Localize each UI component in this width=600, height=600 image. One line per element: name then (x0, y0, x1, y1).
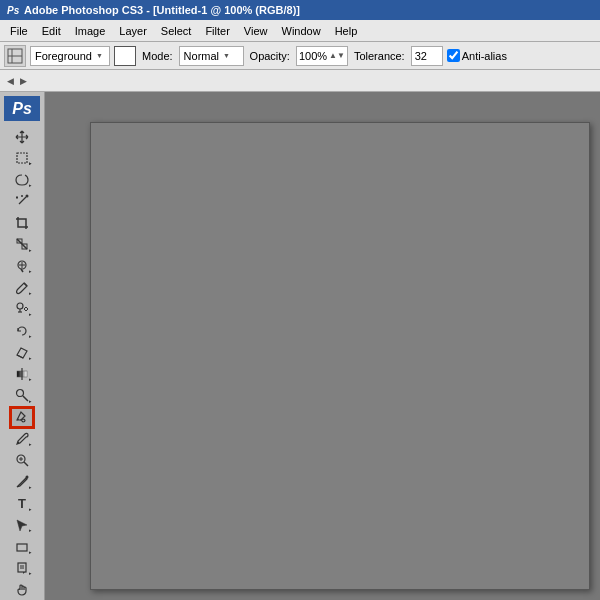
svg-point-29 (18, 441, 20, 443)
tool-lasso[interactable]: ▸ (10, 169, 34, 190)
toolbar-arrow-left[interactable]: ◀ (4, 76, 17, 86)
svg-point-26 (17, 390, 24, 397)
main-area: Ps ▸ ▸ ▸ ▸ ▸ (0, 92, 600, 600)
tool-history[interactable]: ▸ (10, 320, 34, 341)
fill-dropdown[interactable]: Foreground (30, 46, 110, 66)
menu-image[interactable]: Image (69, 23, 112, 39)
tolerance-label: Tolerance: (352, 50, 407, 62)
svg-text:Ps: Ps (7, 5, 19, 16)
tool-options-icon[interactable] (4, 45, 26, 67)
fill-dropdown-value: Foreground (35, 50, 92, 62)
title-bar: Ps Adobe Photoshop CS3 - [Untitled-1 @ 1… (0, 0, 600, 20)
tool-crop[interactable] (10, 213, 34, 234)
tool-path-selection[interactable]: ▸ (10, 515, 34, 536)
svg-line-27 (23, 396, 28, 401)
tool-magic-wand[interactable] (10, 191, 34, 212)
tool-slice[interactable]: ▸ (10, 234, 34, 255)
tool-hand[interactable] (10, 579, 34, 600)
menu-file[interactable]: File (4, 23, 34, 39)
menu-select[interactable]: Select (155, 23, 198, 39)
mode-value: Normal (184, 50, 219, 62)
tool-zoom[interactable] (10, 450, 34, 471)
tool-clone[interactable]: ▸ (10, 299, 34, 320)
tool-healing[interactable]: ▸ (10, 256, 34, 277)
mode-dropdown[interactable]: Normal (179, 46, 244, 66)
options-bar: Foreground Mode: Normal Opacity: 100% ▲▼… (0, 42, 600, 70)
tool-gradient[interactable]: ▸ (10, 364, 34, 385)
tool-paint-bucket[interactable] (10, 407, 34, 428)
left-toolbar: Ps ▸ ▸ ▸ ▸ ▸ (0, 92, 45, 600)
mode-label: Mode: (140, 50, 175, 62)
svg-line-23 (17, 355, 23, 358)
opacity-value: 100% (299, 50, 327, 62)
menu-window[interactable]: Window (276, 23, 327, 39)
tool-notes[interactable]: ▸ (10, 558, 34, 579)
ps-logo-panel: Ps (4, 96, 40, 121)
color-swatch[interactable] (114, 46, 136, 66)
anti-alias-label: Anti-alias (462, 50, 507, 62)
menu-bar: File Edit Image Layer Select Filter View… (0, 20, 600, 42)
menu-filter[interactable]: Filter (199, 23, 235, 39)
canvas-document[interactable] (90, 122, 590, 590)
tolerance-input[interactable] (411, 46, 443, 66)
tool-dodge[interactable]: ▸ (10, 385, 34, 406)
toolbar-row: ◀ ▶ (0, 70, 600, 92)
svg-point-7 (26, 195, 29, 198)
tool-marquee[interactable]: ▸ ▸ (10, 148, 34, 169)
tool-pen[interactable]: ▸ (10, 472, 34, 493)
svg-rect-5 (17, 153, 27, 163)
opacity-stepper[interactable]: ▲▼ (327, 51, 345, 60)
menu-view[interactable]: View (238, 23, 274, 39)
tool-shape[interactable]: ▸ (10, 536, 34, 557)
type-icon: T (18, 496, 26, 511)
svg-line-6 (19, 197, 26, 204)
ps-logo-title: Ps (4, 2, 20, 18)
menu-help[interactable]: Help (329, 23, 364, 39)
tool-eyedropper[interactable]: ▸ (10, 429, 34, 450)
svg-line-31 (24, 462, 28, 466)
tool-brush[interactable]: ▸ (10, 277, 34, 298)
svg-line-19 (24, 283, 27, 286)
anti-alias-group: Anti-alias (447, 49, 507, 62)
svg-point-20 (17, 303, 23, 309)
menu-layer[interactable]: Layer (113, 23, 153, 39)
opacity-label: Opacity: (248, 50, 292, 62)
svg-rect-35 (17, 544, 27, 551)
tool-move[interactable] (10, 126, 34, 147)
toolbar-arrow-right[interactable]: ▶ (17, 76, 30, 86)
canvas-area[interactable] (45, 92, 600, 600)
anti-alias-checkbox[interactable] (447, 49, 460, 62)
title-text: Adobe Photoshop CS3 - [Untitled-1 @ 100%… (24, 4, 300, 16)
tool-type[interactable]: T ▸ (10, 493, 34, 514)
tool-eraser[interactable]: ▸ (10, 342, 34, 363)
menu-edit[interactable]: Edit (36, 23, 67, 39)
svg-point-34 (26, 475, 29, 478)
